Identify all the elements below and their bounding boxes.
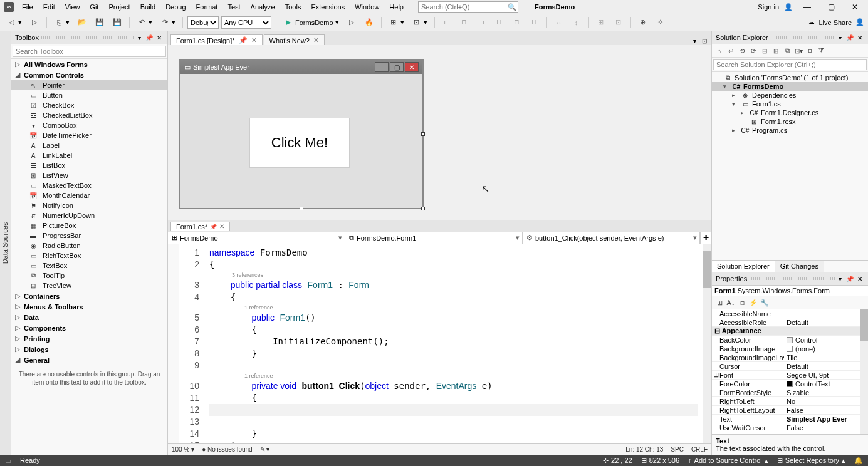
- nav-back-button[interactable]: ◁▾: [4, 16, 24, 29]
- solution-node[interactable]: ▸C#Program.cs: [712, 126, 868, 135]
- propmsg-icon[interactable]: 🔧: [760, 298, 770, 308]
- property-row[interactable]: ForeColorControlText: [712, 380, 868, 388]
- order-button[interactable]: ⊡: [611, 16, 626, 29]
- toolbox-item-listbox[interactable]: ☰ListBox: [11, 160, 167, 170]
- save-button[interactable]: 💾: [92, 16, 107, 29]
- se-wrench-icon[interactable]: ⚙: [805, 46, 815, 56]
- zoom-dropdown[interactable]: 100 % ▾: [172, 446, 194, 453]
- toolbox-item-progressbar[interactable]: ▬ProgressBar: [11, 230, 167, 241]
- expand-button[interactable]: ✧: [653, 16, 668, 29]
- se-back-icon[interactable]: ↩: [726, 46, 736, 56]
- props-icon[interactable]: ⧉: [737, 298, 747, 308]
- panel-menu-icon[interactable]: ▾: [835, 274, 844, 283]
- doc-tab[interactable]: Form1.cs [Design]*📌✕: [170, 34, 263, 46]
- toolbox-category[interactable]: ▷Dialogs: [11, 344, 167, 355]
- saveall-button[interactable]: 💾: [110, 16, 125, 29]
- toolbox-item-combobox[interactable]: ▾ComboBox: [11, 120, 167, 130]
- toolbox-item-linklabel[interactable]: ALinkLabel: [11, 150, 167, 160]
- pin-icon[interactable]: 📌: [239, 36, 248, 44]
- property-row[interactable]: ⊞FontSegoe UI, 9pt: [712, 371, 868, 380]
- toolbox-item-checkedlistbox[interactable]: ☲CheckedListBox: [11, 110, 167, 120]
- solution-node[interactable]: ⧉Solution 'FormsDemo' (1 of 1 project): [712, 73, 868, 82]
- az-view-icon[interactable]: A↓: [726, 298, 736, 308]
- code-body[interactable]: namespace FormsDemo { 3 references publi…: [204, 244, 703, 443]
- property-row[interactable]: TextSimplest App Ever: [712, 415, 868, 423]
- menu-edit[interactable]: Edit: [39, 2, 60, 12]
- toolbox-category[interactable]: ◢General: [11, 355, 167, 365]
- panel-pin-icon[interactable]: 📌: [845, 274, 854, 283]
- hot-reload-button[interactable]: 🔥: [362, 16, 377, 29]
- nav-fwd-button[interactable]: ▷: [27, 16, 42, 29]
- solution-node[interactable]: ▾C#FormsDemo: [712, 82, 868, 91]
- minimize-button[interactable]: —: [798, 1, 817, 13]
- pin-icon[interactable]: 📌: [210, 224, 217, 230]
- se-showall-icon[interactable]: ⊞: [771, 46, 781, 56]
- redo-button[interactable]: ↷▾: [157, 16, 178, 29]
- property-row[interactable]: RightToLeftNo: [712, 397, 868, 406]
- undo-button[interactable]: ↶▾: [134, 16, 155, 29]
- design-button-clickme[interactable]: Click Me!: [249, 118, 350, 168]
- close-icon[interactable]: ✕: [219, 223, 224, 230]
- panel-menu-icon[interactable]: ▾: [135, 33, 144, 42]
- status-notifications[interactable]: 🔔: [854, 457, 863, 465]
- menu-help[interactable]: Help: [385, 2, 408, 12]
- toolbox-item-listview[interactable]: ⊞ListView: [11, 170, 167, 180]
- menu-analyze[interactable]: Analyze: [246, 2, 280, 12]
- tab-order[interactable]: ⊕: [635, 16, 651, 29]
- property-row[interactable]: FormBorderStyleSizable: [712, 388, 868, 397]
- tab-dropdown-icon[interactable]: ▾: [690, 36, 699, 45]
- code-tab-form1[interactable]: Form1.cs* 📌 ✕: [170, 222, 230, 231]
- menu-test[interactable]: Test: [223, 2, 244, 12]
- toolbox-category[interactable]: ▷All Windows Forms: [11, 59, 167, 70]
- menu-format[interactable]: Format: [192, 2, 222, 12]
- se-preview-icon[interactable]: ⊡▾: [793, 46, 803, 56]
- align-middle[interactable]: ⊓: [510, 16, 525, 29]
- liveshare-icon[interactable]: ☁: [808, 18, 815, 26]
- nav-member-dropdown[interactable]: ⚙button1_Click(object sender, EventArgs …: [523, 232, 700, 244]
- toolbox-item-textbox[interactable]: ▭TextBox: [11, 261, 167, 271]
- property-row[interactable]: CursorDefault: [712, 362, 868, 371]
- se-tab[interactable]: Solution Explorer: [712, 261, 775, 272]
- toolbox-item-notifyicon[interactable]: ⚑NotifyIcon: [11, 200, 167, 210]
- new-button[interactable]: ⎘▾: [51, 16, 72, 29]
- sign-in-link[interactable]: Sign in: [758, 3, 779, 11]
- align-bottom[interactable]: ⊔: [527, 16, 542, 29]
- align-left[interactable]: ⊏: [439, 16, 454, 29]
- toolbox-category[interactable]: ▷Containers: [11, 291, 167, 301]
- indent-mode[interactable]: SPC: [671, 446, 684, 453]
- align-top[interactable]: ⊔: [492, 16, 507, 29]
- properties-object[interactable]: Form1 System.Windows.Forms.Form: [712, 286, 868, 296]
- se-home-icon[interactable]: ⌂: [714, 46, 724, 56]
- status-source-control[interactable]: ↑ Add to Source Control ▴: [688, 457, 768, 465]
- design-form-body[interactable]: Click Me!: [180, 74, 422, 208]
- solution-node[interactable]: ⊞Form1.resx: [712, 117, 868, 126]
- toolbox-category[interactable]: ▷Data: [11, 312, 167, 323]
- toolbox-item-label[interactable]: ALabel: [11, 140, 167, 150]
- menu-file[interactable]: File: [18, 2, 38, 12]
- se-tab[interactable]: Git Changes: [775, 261, 824, 272]
- align-right[interactable]: ⊐: [474, 16, 489, 29]
- solution-node[interactable]: ▸C#Form1.Designer.cs: [712, 108, 868, 117]
- menu-view[interactable]: View: [61, 2, 85, 12]
- events-icon[interactable]: ⚡: [748, 298, 758, 308]
- status-repo[interactable]: ⊞ Select Repository ▴: [777, 457, 845, 465]
- toolbox-item-button[interactable]: ▭Button: [11, 90, 167, 100]
- se-props-icon[interactable]: ⧉: [782, 46, 792, 56]
- se-filter-icon[interactable]: ⧩: [816, 46, 826, 56]
- global-search-input[interactable]: [421, 3, 508, 11]
- tab-maximize-icon[interactable]: ⊡: [700, 36, 709, 45]
- toolbox-category[interactable]: ◢Common Controls: [11, 70, 167, 80]
- panel-close-icon[interactable]: ✕: [855, 274, 864, 283]
- close-icon[interactable]: ✕: [313, 36, 319, 44]
- solution-search-input[interactable]: [713, 59, 867, 70]
- issues-indicator[interactable]: ● No issues found: [202, 446, 253, 453]
- nav-class-dropdown[interactable]: ⧉FormsDemo.Form1: [345, 232, 523, 244]
- panel-close-icon[interactable]: ✕: [855, 33, 864, 42]
- property-row[interactable]: BackgroundImageLayoutTile: [712, 353, 868, 362]
- nav-project-dropdown[interactable]: ⊞FormsDemo: [168, 232, 345, 244]
- toolbox-item-checkbox[interactable]: ☑CheckBox: [11, 100, 167, 110]
- form-designer[interactable]: ▭ Simplest App Ever — ▢ ✕ Click Me! ↖: [168, 45, 711, 220]
- maximize-button[interactable]: ▢: [822, 1, 840, 13]
- platform-dropdown[interactable]: Any CPU: [221, 16, 271, 29]
- eol-mode[interactable]: CRLF: [691, 446, 708, 453]
